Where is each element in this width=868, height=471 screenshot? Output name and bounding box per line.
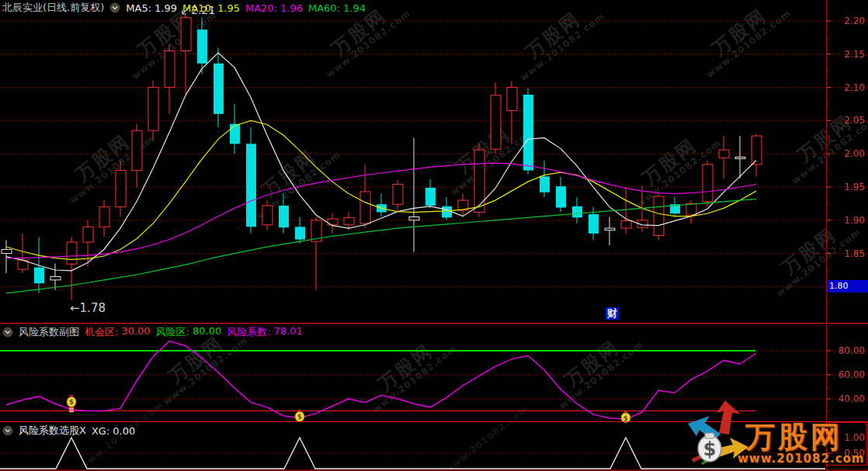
selector-panel-title: 风险系数选股X [19,424,86,438]
svg-text:$: $ [703,438,717,460]
chevron-down-icon [2,327,13,338]
svg-text:$: $ [69,398,74,406]
price-tick-label: 1.95 [831,181,865,193]
ma-line-ma5 [6,53,756,271]
collapse-selector-panel-button[interactable] [2,425,13,436]
site-logo: $ 万股网 www.201082.com [680,399,868,471]
ma60-readout: MA60:1.94 [308,2,366,14]
risk-zone-readout: 风险区:80.00 [156,325,222,339]
logo-url-text: www.201082.com [738,452,864,466]
price-tick-label: 2.05 [831,114,865,126]
stock-app-window: { "header": { "title": "北辰实业(日线.前复权)", "… [0,0,868,471]
candlestick-layer [2,14,762,300]
collapse-main-panel-button[interactable] [109,2,120,13]
chevron-down-icon [109,2,120,13]
chevron-down-icon [2,425,13,436]
indicator-panel-header: 风险系数副图 机会区:30.00 风险区:80.00 风险系数:78.01 [2,325,303,339]
chart-title: 北辰实业(日线.前复权) [2,1,104,15]
money-bag-icon: $ [295,410,304,422]
indicator-tick-label: 60.00 [831,369,865,381]
last-price-badge: 1.80 [827,280,868,293]
xg-readout: XG:0.00 [92,425,135,437]
low-price-annotation: ←1.78 [70,301,106,315]
gridlines [0,21,868,453]
price-tick-label: 2.20 [831,15,865,27]
price-tick-label: 2.15 [831,48,865,61]
svg-text:$: $ [297,413,302,421]
collapse-indicator-panel-button[interactable] [2,327,13,338]
risk-coefficient-readout: 风险系数:78.01 [227,325,303,339]
price-tick-label: 2.10 [831,81,865,94]
selector-panel-header: 风险系数选股X XG:0.00 [2,424,135,438]
risk-coefficient-line [6,341,756,420]
ma20-readout: MA20:1.96 [245,2,303,14]
price-tick-label: 2.00 [831,147,865,160]
indicator-tick-label: 80.00 [831,345,865,357]
ma5-readout: MA5:1.99 [126,2,177,14]
ma10-readout: MA10:1.95 [182,2,240,14]
cai-badge: 财 [606,307,619,320]
price-tick-label: 1.90 [831,214,865,227]
svg-text:$: $ [623,414,628,422]
price-tick-label: 1.85 [831,248,865,260]
opportunity-zone-readout: 机会区:30.00 [85,325,151,339]
main-chart-header: 北辰实业(日线.前复权) MA5:1.99 MA10:1.95 MA20:1.9… [2,1,366,15]
money-bag-icon: $ [621,410,630,423]
indicator-panel-title: 风险系数副图 [19,325,79,339]
